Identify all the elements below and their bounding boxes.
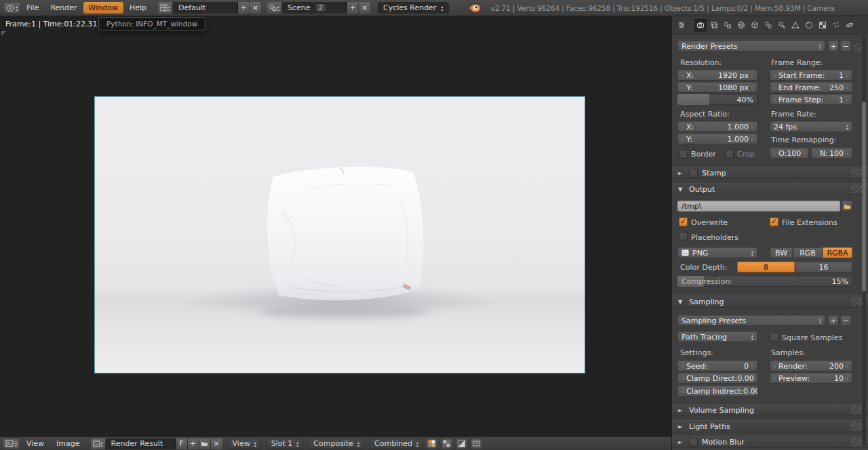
- panel-header-motion-blur[interactable]: ► Motion Blur: [672, 436, 868, 448]
- preview-samples-field[interactable]: Preview: 10: [770, 373, 852, 384]
- menu-view[interactable]: View: [21, 438, 50, 449]
- tab-object[interactable]: [749, 19, 761, 32]
- new-image-button[interactable]: +: [188, 438, 199, 449]
- tab-constraints[interactable]: [762, 19, 774, 32]
- compression-slider[interactable]: Compression: 15%: [677, 276, 852, 287]
- tab-material[interactable]: [803, 19, 815, 32]
- scrollbar-thumb[interactable]: [862, 102, 866, 291]
- unlink-image-button[interactable]: ×: [211, 438, 222, 449]
- add-sampling-preset-button[interactable]: +: [828, 315, 839, 326]
- resolution-percentage-slider[interactable]: 40%: [677, 94, 757, 105]
- sampling-panel-label: Sampling: [689, 298, 724, 306]
- remap-new-field[interactable]: N: 100: [811, 148, 852, 159]
- add-render-preset-button[interactable]: +: [828, 41, 839, 52]
- remove-sampling-preset-button[interactable]: −: [840, 315, 851, 326]
- file-extensions-checkbox[interactable]: [770, 218, 778, 226]
- color-mode-bw-button[interactable]: BW: [770, 247, 793, 258]
- view-mode-select[interactable]: View: [228, 438, 261, 449]
- border-checkbox[interactable]: [679, 150, 688, 159]
- color-depth-label: Color Depth:: [680, 263, 727, 272]
- menu-render[interactable]: Render: [45, 2, 82, 14]
- tab-render-layers[interactable]: [708, 19, 720, 32]
- render-pass-select[interactable]: Combined: [370, 438, 423, 449]
- overwrite-checkbox[interactable]: [679, 218, 688, 226]
- motion-blur-checkbox[interactable]: [689, 438, 698, 447]
- browse-scene-button[interactable]: [267, 2, 282, 14]
- scene-users-badge[interactable]: 2: [316, 4, 326, 12]
- tab-world[interactable]: [735, 19, 747, 32]
- aspect-x-field[interactable]: X: 1.000: [677, 121, 757, 132]
- placeholders-checkbox[interactable]: [679, 232, 688, 241]
- color-depth-16-button[interactable]: 16: [795, 262, 852, 272]
- integrator-select[interactable]: Path Tracing: [677, 331, 757, 342]
- collapsed-arrow-icon: ►: [678, 439, 685, 445]
- tab-particles[interactable]: [830, 19, 842, 32]
- z-buffer-button[interactable]: [456, 438, 468, 449]
- info-editor-type-button[interactable]: [3, 2, 20, 14]
- color-mode-rgb-button[interactable]: RGB: [793, 247, 823, 258]
- menu-window[interactable]: Window: [83, 2, 123, 14]
- square-samples-checkbox[interactable]: [770, 333, 778, 342]
- fake-user-button[interactable]: F: [176, 438, 188, 449]
- resolution-y-field[interactable]: Y: 1080 px: [677, 82, 757, 93]
- image-editor-area[interactable]: Frame:1 | Time:01:22.31 | Python: INFO_M…: [0, 16, 671, 436]
- image-editor-type-button[interactable]: [3, 438, 20, 449]
- display-channels-button[interactable]: [426, 438, 438, 449]
- render-slot-select[interactable]: Slot 1: [267, 438, 304, 449]
- start-frame-field[interactable]: Start Frame: 1: [770, 70, 852, 81]
- end-frame-field[interactable]: End Frame: 250: [770, 82, 852, 93]
- resolution-x-field[interactable]: X: 1920 px: [677, 70, 757, 81]
- remap-old-field[interactable]: O: 100: [770, 148, 809, 159]
- properties-context-button[interactable]: [675, 19, 688, 32]
- screen-layout-name-field[interactable]: Default: [173, 2, 238, 14]
- menu-help[interactable]: Help: [124, 2, 152, 14]
- clamp-direct-field[interactable]: Clamp Direct: 0.00: [677, 373, 757, 384]
- color-depth-8-button[interactable]: 8: [737, 262, 795, 272]
- output-path-field[interactable]: /tmp\: [677, 201, 840, 211]
- area-resize-corner[interactable]: [1, 31, 6, 36]
- panel-header-sampling[interactable]: ▼ Sampling: [672, 295, 868, 308]
- open-image-button[interactable]: [199, 438, 211, 449]
- render-layer-select[interactable]: Composite: [309, 438, 364, 449]
- color-mode-rgba-button[interactable]: RGBA: [823, 247, 852, 258]
- delete-layout-button[interactable]: ×: [250, 2, 261, 14]
- render-samples-field[interactable]: Render: 200: [770, 361, 852, 371]
- sampling-presets-select[interactable]: Sampling Presets: [677, 315, 825, 326]
- render-presets-select[interactable]: Render Presets: [677, 41, 825, 52]
- stamp-checkbox[interactable]: [689, 169, 698, 178]
- clamp-indirect-field[interactable]: Clamp Indirect: 0.00: [677, 386, 757, 396]
- remove-render-preset-button[interactable]: −: [840, 41, 851, 52]
- aspect-y-field[interactable]: Y: 1.000: [677, 134, 757, 144]
- tab-object-data[interactable]: [789, 19, 802, 32]
- panel-header-volume-sampling[interactable]: ► Volume Sampling: [672, 404, 868, 416]
- browse-output-path-button[interactable]: [842, 201, 852, 211]
- crop-checkbox[interactable]: [725, 150, 734, 159]
- scene-name-field[interactable]: Scene 2: [282, 2, 347, 14]
- panel-header-light-paths[interactable]: ► Light Paths: [672, 420, 868, 432]
- menu-file[interactable]: File: [21, 2, 44, 14]
- alpha-channel-button[interactable]: [441, 438, 453, 449]
- tab-physics[interactable]: [844, 19, 856, 32]
- tab-modifiers[interactable]: [776, 19, 788, 32]
- add-layout-button[interactable]: +: [238, 2, 250, 14]
- tab-render[interactable]: [694, 19, 707, 32]
- render-engine-select[interactable]: Cycles Render: [378, 2, 448, 14]
- seed-field[interactable]: Seed: 0: [677, 361, 757, 371]
- tab-scene[interactable]: [722, 19, 734, 32]
- tab-texture[interactable]: [816, 19, 829, 32]
- file-format-select[interactable]: PNG: [677, 247, 757, 258]
- delete-scene-button[interactable]: ×: [359, 2, 370, 14]
- add-scene-button[interactable]: +: [347, 2, 359, 14]
- dither-button[interactable]: [471, 438, 483, 449]
- frame-rate-select[interactable]: 24 fps: [770, 121, 852, 132]
- render-result-image[interactable]: [95, 97, 585, 373]
- properties-scrollbar[interactable]: [862, 37, 866, 446]
- panel-header-output[interactable]: ▼ Output: [672, 183, 868, 195]
- scene-name: Scene: [288, 3, 311, 12]
- image-name-field[interactable]: Render Result: [106, 438, 176, 449]
- browse-layout-button[interactable]: [158, 2, 173, 14]
- browse-image-button[interactable]: [91, 438, 106, 449]
- panel-header-stamp[interactable]: ► Stamp: [672, 167, 868, 179]
- menu-image[interactable]: Image: [51, 438, 85, 449]
- frame-step-field[interactable]: Frame Step: 1: [770, 94, 852, 105]
